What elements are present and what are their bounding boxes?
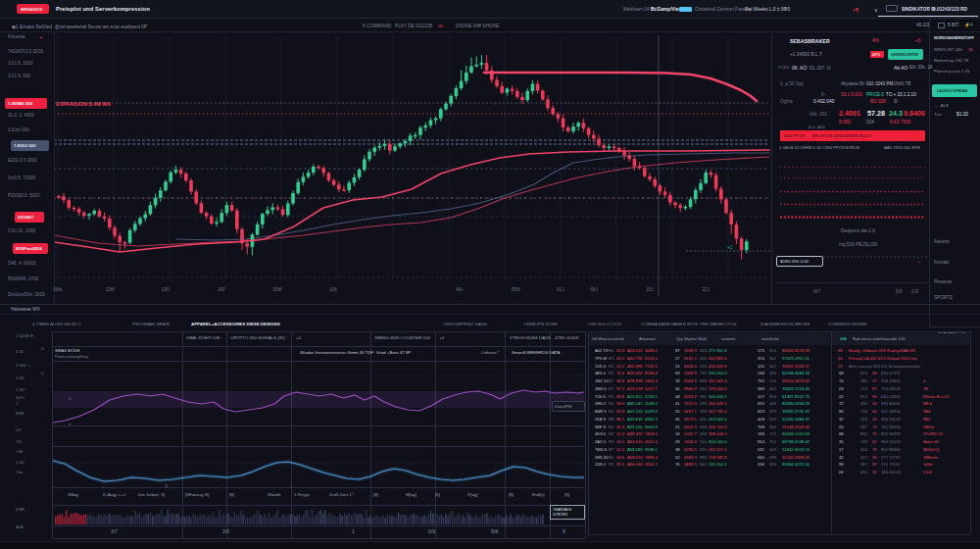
svg-text:+1: +1	[727, 245, 733, 250]
svg-text:EXPANSION 8.4M WA: EXPANSION 8.4M WA	[56, 101, 111, 107]
